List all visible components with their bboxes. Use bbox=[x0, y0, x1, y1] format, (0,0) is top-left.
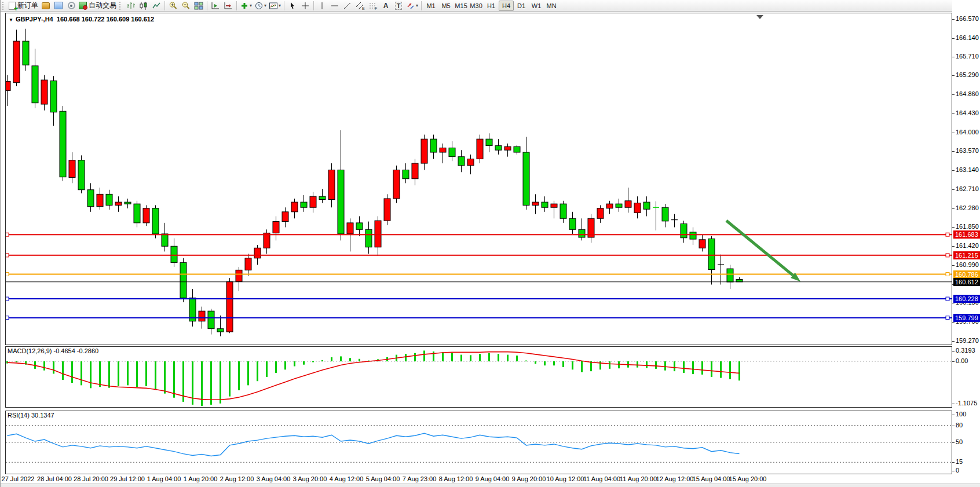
toolbar-separator bbox=[421, 1, 422, 10]
zoom-out-icon bbox=[181, 1, 191, 10]
timeframe-m1[interactable]: M1 bbox=[423, 1, 438, 11]
price-tick-label: 166.570 bbox=[956, 15, 979, 22]
bottom-strip bbox=[1, 484, 980, 487]
axis-tick bbox=[952, 113, 955, 114]
price-line-badge: 160.612 bbox=[953, 278, 980, 286]
toolbar-grip[interactable] bbox=[2, 2, 6, 10]
toolbar-grip[interactable] bbox=[119, 2, 123, 10]
price-axis[interactable]: 166.570166.140165.710165.290164.860164.4… bbox=[952, 0, 980, 487]
auto-scroll-icon bbox=[211, 1, 220, 10]
periods-button[interactable]: ▾ bbox=[253, 1, 268, 11]
crosshair-icon bbox=[301, 1, 310, 10]
timeframe-h1[interactable]: H1 bbox=[484, 1, 499, 11]
new-order-button[interactable]: 新订单 bbox=[8, 1, 39, 11]
indicators-icon bbox=[240, 1, 249, 10]
price-tick-label: 162.280 bbox=[956, 204, 979, 211]
axis-tick bbox=[952, 341, 955, 342]
price-tick-label: 159.270 bbox=[956, 337, 979, 344]
axis-tick bbox=[952, 303, 955, 303]
axis-tick bbox=[952, 426, 955, 426]
crosshair-button[interactable] bbox=[299, 1, 312, 11]
chart-shift-icon bbox=[224, 1, 233, 10]
autotrading-icon bbox=[79, 2, 87, 9]
time-tick-label: 15 Aug 20:00 bbox=[729, 475, 767, 482]
time-tick-label: 2 Aug 12:00 bbox=[220, 475, 254, 482]
template-icon bbox=[269, 1, 278, 10]
svg-text:E: E bbox=[362, 6, 365, 10]
arrows-tool-button[interactable]: ▾ bbox=[405, 1, 419, 11]
timeframe-m5[interactable]: M5 bbox=[438, 1, 454, 11]
price-tick-label: 162.710 bbox=[956, 185, 979, 192]
price-line-badge: 159.799 bbox=[953, 314, 980, 322]
text-button[interactable]: A bbox=[379, 1, 392, 11]
price-tick-label: 165.710 bbox=[956, 53, 979, 60]
text-icon: A bbox=[383, 2, 389, 10]
toolbar: 新订单 自动交易 ▾ ▾ ▾ E F A T ▾ bbox=[1, 0, 980, 12]
main-chart-canvas[interactable] bbox=[6, 13, 952, 345]
zoom-out-button[interactable] bbox=[180, 1, 192, 11]
price-tick-label: 50 bbox=[956, 438, 963, 445]
horizontal-line-button[interactable] bbox=[328, 1, 341, 11]
horizontal-line-icon bbox=[330, 1, 339, 10]
rsi-pane[interactable] bbox=[5, 411, 952, 474]
macd-canvas[interactable] bbox=[6, 347, 952, 407]
signals-button[interactable] bbox=[65, 1, 78, 11]
time-tick-label: 7 Aug 23:00 bbox=[403, 475, 437, 482]
candlestick-chart-icon bbox=[139, 1, 148, 10]
time-tick-label: 12 Aug 12:00 bbox=[656, 475, 694, 482]
tile-windows-icon bbox=[194, 1, 203, 10]
cursor-button[interactable] bbox=[286, 1, 299, 11]
axis-tick bbox=[952, 75, 955, 76]
price-tick-label: 0 bbox=[956, 467, 959, 474]
candlestick-chart-button[interactable] bbox=[137, 1, 150, 11]
text-label-button[interactable]: T bbox=[392, 1, 405, 11]
timeframe-h4[interactable]: H4 bbox=[499, 1, 514, 11]
time-tick-label: 27 Jul 2022 bbox=[2, 475, 35, 482]
line-chart-button[interactable] bbox=[150, 1, 163, 11]
fibonacci-icon: F bbox=[368, 1, 378, 10]
price-tick-label: 100 bbox=[956, 411, 966, 418]
macd-pane[interactable] bbox=[5, 346, 952, 408]
time-tick-label: 5 Aug 04:00 bbox=[366, 475, 400, 482]
chart-title-arrow-icon: ▼ bbox=[9, 17, 13, 23]
vertical-line-button[interactable] bbox=[316, 1, 328, 11]
svg-text:F: F bbox=[375, 6, 377, 10]
price-line-badge: 161.215 bbox=[953, 251, 980, 259]
timeframe-m15[interactable]: M15 bbox=[454, 1, 469, 11]
time-axis[interactable]: 27 Jul 202228 Jul 04:0028 Jul 20:0029 Ju… bbox=[1, 474, 980, 484]
new-order-label: 新订单 bbox=[17, 1, 38, 10]
auto-scroll-button[interactable] bbox=[209, 1, 222, 11]
toolbar-separator bbox=[207, 1, 207, 10]
new-order-icon bbox=[9, 2, 16, 10]
chart-shift-button[interactable] bbox=[222, 1, 235, 11]
navigator-button[interactable] bbox=[52, 1, 65, 11]
equidistant-channel-button[interactable]: E bbox=[354, 1, 367, 11]
timeframe-d1[interactable]: D1 bbox=[514, 1, 529, 11]
main-chart-pane[interactable] bbox=[5, 13, 952, 345]
rsi-canvas[interactable] bbox=[6, 411, 952, 474]
bars-chart-button[interactable] bbox=[125, 1, 137, 11]
axis-tick bbox=[952, 246, 955, 247]
rsi-label: RSI(14) 30.1347 bbox=[8, 412, 54, 419]
indicators-button[interactable]: ▾ bbox=[239, 1, 253, 11]
fibonacci-button[interactable]: F bbox=[367, 1, 379, 11]
time-tick-label: 3 Aug 04:00 bbox=[257, 475, 291, 482]
timeframe-w1[interactable]: W1 bbox=[529, 1, 544, 11]
arrows-icon bbox=[406, 1, 415, 10]
market-watch-button[interactable] bbox=[39, 1, 52, 11]
chart-shift-marker-icon bbox=[756, 15, 763, 19]
trendline-button[interactable] bbox=[341, 1, 354, 11]
timeframe-mn[interactable]: MN bbox=[544, 1, 559, 11]
timeframe-m30[interactable]: M30 bbox=[469, 1, 484, 11]
price-tick-label: 160.990 bbox=[956, 261, 979, 268]
price-tick-label: -1.1075 bbox=[956, 400, 977, 407]
line-chart-icon bbox=[152, 1, 161, 10]
price-tick-label: 165.290 bbox=[956, 71, 979, 78]
axis-tick bbox=[952, 94, 955, 95]
tile-windows-button[interactable] bbox=[192, 1, 205, 11]
price-tick-label: 166.140 bbox=[956, 34, 979, 41]
autotrading-button[interactable]: 自动交易 bbox=[78, 1, 118, 11]
toolbar-separator bbox=[284, 1, 284, 10]
zoom-in-button[interactable] bbox=[167, 1, 180, 11]
templates-button[interactable]: ▾ bbox=[268, 1, 282, 11]
